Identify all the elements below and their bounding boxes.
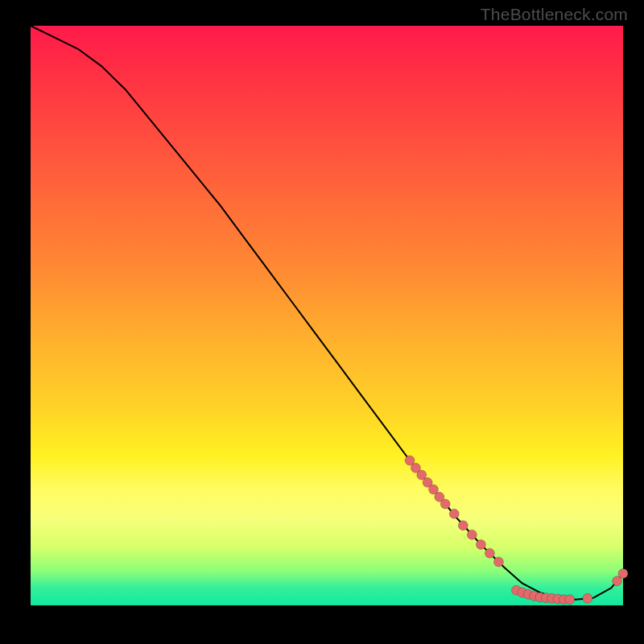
markers-group bbox=[405, 456, 628, 605]
data-point-marker bbox=[583, 593, 592, 603]
curve-line bbox=[31, 26, 623, 600]
data-point-marker bbox=[565, 595, 575, 605]
data-point-marker bbox=[476, 539, 485, 549]
data-point-marker bbox=[467, 530, 477, 539]
chart-frame: TheBottleneck.com bbox=[0, 0, 644, 644]
curve-svg bbox=[31, 26, 623, 605]
data-point-marker bbox=[493, 557, 503, 567]
data-point-marker bbox=[449, 509, 459, 518]
data-point-marker bbox=[458, 521, 468, 530]
data-point-marker bbox=[440, 499, 450, 509]
data-point-marker bbox=[485, 548, 494, 558]
plot-area bbox=[31, 26, 623, 605]
data-point-marker bbox=[618, 568, 628, 578]
watermark-text: TheBottleneck.com bbox=[481, 5, 628, 24]
